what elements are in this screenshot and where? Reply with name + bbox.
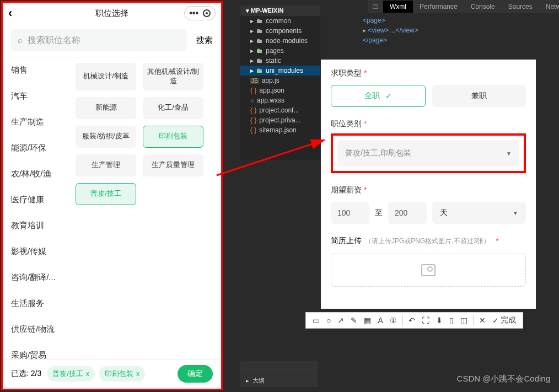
pin-icon[interactable]: ⛶ [418, 316, 433, 325]
arrow-tool-icon[interactable]: ↗ [334, 316, 347, 325]
folder-icon: 🖿 [256, 17, 263, 25]
job-tag[interactable]: 新能源 [76, 97, 136, 119]
category-item[interactable]: 生活服务 [3, 291, 69, 316]
tab-sources[interactable]: Sources [502, 1, 539, 13]
search-input[interactable]: ⌕ 搜索职位名称 [11, 29, 186, 51]
page-title: 职位选择 [95, 8, 128, 19]
job-tag[interactable]: 化工/食品 [143, 97, 203, 119]
upload-area[interactable] [331, 254, 526, 287]
json-file-icon: { } [250, 87, 256, 94]
tree-folder-active[interactable]: ▸🖿uni_modules [240, 66, 320, 76]
watermark: CSDN @小跳不会Coding [457, 374, 550, 384]
pen-tool-icon[interactable]: ✎ [347, 316, 361, 325]
category-item[interactable]: 汽车 [3, 83, 69, 109]
tree-file[interactable]: { }app.json [240, 85, 320, 95]
tree-file[interactable]: ⟐app.wxss [240, 95, 320, 105]
highlighted-select-area: 普攻/技工,印刷包装 ▼ [331, 133, 526, 173]
number-tool-icon[interactable]: ① [386, 316, 400, 325]
confirm-button[interactable]: 确定 [178, 365, 213, 383]
job-category-label: 职位类别* [331, 119, 526, 129]
job-tag[interactable]: 服装/纺织/皮革 [76, 126, 136, 148]
inspect-icon[interactable]: ⮹ [368, 3, 383, 10]
category-item[interactable]: 影视/传媒 [3, 239, 69, 265]
download-icon[interactable]: ⬇ [433, 316, 446, 325]
tree-file[interactable]: { }project.priva... [240, 115, 320, 125]
folder-icon: 🖿 [256, 37, 263, 45]
job-tag[interactable]: 机械设计/制造 [76, 63, 136, 90]
file-explorer[interactable]: ▾ MP-WEIXIN ▸🖿common ▸🖿components ▸🖿node… [240, 6, 320, 160]
tree-file[interactable]: { }project.conf... [240, 105, 320, 115]
category-item[interactable]: 能源/环保 [3, 135, 69, 161]
category-item[interactable]: 医疗健康 [3, 187, 69, 213]
bookmark-icon[interactable]: ◫ [457, 316, 471, 325]
weixin-capsule[interactable]: ••• [184, 6, 216, 20]
job-tag-selected[interactable]: 普攻/技工 [76, 183, 136, 205]
chip-remove-icon[interactable]: x [86, 370, 89, 378]
category-list[interactable]: 销售 汽车 生产制造 能源/环保 农/林/牧/渔 医疗健康 教育培训 影视/传媒… [3, 57, 69, 362]
json-file-icon: { } [250, 126, 256, 134]
salary-to-input[interactable]: 200 [388, 202, 427, 224]
category-item[interactable]: 农/林/牧/渔 [3, 161, 69, 187]
close-target-icon[interactable] [203, 9, 211, 17]
close-icon[interactable]: ✕ [476, 316, 489, 325]
search-bar: ⌕ 搜索职位名称 搜索 [3, 24, 221, 57]
tab-console[interactable]: Console [464, 1, 502, 13]
search-button[interactable]: 搜索 [196, 35, 213, 46]
tree-file[interactable]: { }sitemap.json [240, 125, 320, 135]
done-button[interactable]: ✓完成 [489, 315, 519, 325]
folder-icon: 🖿 [256, 67, 263, 74]
outline-panel[interactable]: ▸大纲 [240, 374, 318, 387]
wxml-dom-tree[interactable]: <page> ▸ <view>…</view> </page> [363, 15, 418, 45]
tab-wxml[interactable]: Wxml [383, 1, 413, 13]
caret-down-icon: ▼ [513, 210, 518, 216]
phone-simulator: ‹ 职位选择 ••• ⌕ 搜索职位名称 搜索 销售 汽车 生产制造 能源/环保 … [1, 1, 223, 390]
fulltime-button[interactable]: 全职✓ [331, 85, 426, 107]
form-preview: 求职类型* 全职✓ 兼职 职位类别* 普攻/技工,印刷包装 ▼ 期望薪资* 10… [321, 60, 536, 309]
tab-network[interactable]: Network [539, 1, 559, 13]
category-item[interactable]: 咨询/翻译/... [3, 265, 69, 291]
json-file-icon: { } [250, 106, 256, 114]
tree-root[interactable]: ▾ MP-WEIXIN [240, 6, 320, 16]
rect-tool-icon[interactable]: ▭ [309, 316, 323, 325]
back-icon[interactable]: ‹ [8, 6, 12, 20]
phone-footer: 已选: 2/3 普攻/技工x 印刷包装x 确定 [4, 359, 219, 387]
category-item[interactable]: 采购/贸易 [3, 342, 69, 362]
circle-tool-icon[interactable]: ○ [323, 316, 334, 325]
menu-dots-icon[interactable]: ••• [189, 8, 198, 18]
salary-from-input[interactable]: 100 [331, 202, 369, 224]
salary-unit-select[interactable]: 天▼ [432, 202, 526, 224]
search-icon: ⌕ [18, 35, 23, 45]
tree-folder[interactable]: ▸🖿common [240, 16, 320, 26]
job-selector-body: 销售 汽车 生产制造 能源/环保 农/林/牧/渔 医疗健康 教育培训 影视/传媒… [3, 57, 221, 362]
job-tag[interactable]: 生产管理 [76, 154, 136, 176]
tree-folder[interactable]: ▸🖿node-modules [240, 36, 320, 46]
chip-remove-icon[interactable]: x [136, 370, 139, 378]
category-item[interactable]: 生产制造 [3, 109, 69, 135]
selected-chip[interactable]: 印刷包装x [99, 366, 145, 382]
tree-folder[interactable]: ▸🖿static [240, 56, 320, 66]
category-item[interactable]: 供应链/物流 [3, 316, 69, 342]
selected-chip[interactable]: 普攻/技工x [47, 366, 95, 382]
wxss-file-icon: ⟐ [250, 96, 254, 104]
parttime-button[interactable]: 兼职 [432, 85, 526, 107]
json-file-icon: { } [250, 116, 256, 124]
tree-folder[interactable]: ▸🖿components [240, 26, 320, 36]
phone-icon[interactable]: ▯ [446, 316, 457, 325]
job-tag-selected[interactable]: 印刷包装 [143, 126, 203, 148]
category-item[interactable]: 销售 [3, 57, 69, 83]
check-icon: ✓ [492, 316, 499, 325]
tree-folder[interactable]: ▸🖿pages [240, 46, 320, 56]
selected-count: 已选: 2/3 [11, 369, 41, 379]
undo-icon[interactable]: ↶ [405, 316, 418, 325]
phone-header: ‹ 职位选择 ••• [3, 3, 221, 24]
job-tag[interactable]: 其他机械设计/制造 [143, 63, 203, 90]
tag-grid: 机械设计/制造 其他机械设计/制造 新能源 化工/食品 服装/纺织/皮革 印刷包… [69, 57, 221, 362]
job-category-select[interactable]: 普攻/技工,印刷包装 ▼ [337, 140, 519, 167]
text-tool-icon[interactable]: A [374, 316, 386, 325]
tree-file[interactable]: JSapp.js [240, 76, 320, 85]
tab-performance[interactable]: Performance [413, 1, 464, 13]
folder-icon: 🖿 [256, 47, 263, 55]
job-tag[interactable]: 生产质量管理 [143, 154, 203, 176]
mosaic-tool-icon[interactable]: ▦ [361, 316, 374, 325]
category-item[interactable]: 教育培训 [3, 213, 69, 239]
